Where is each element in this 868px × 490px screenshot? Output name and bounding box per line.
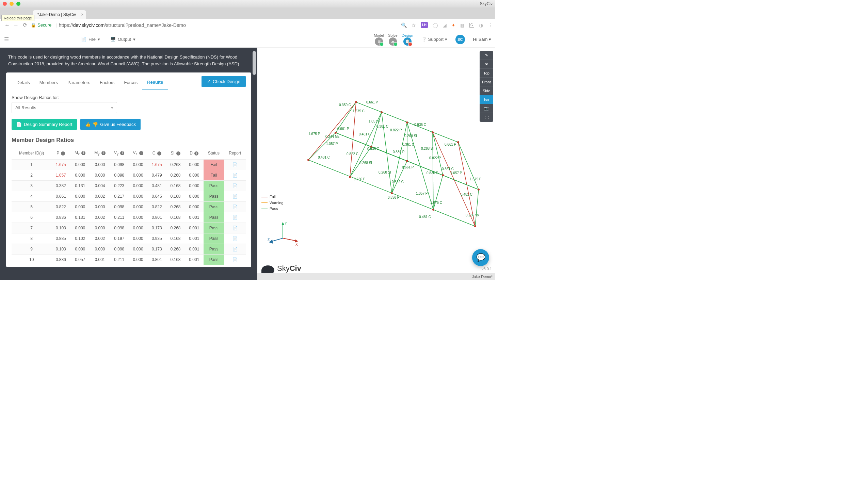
mac-minimize[interactable]	[10, 2, 14, 6]
info-icon[interactable]: i	[81, 151, 85, 155]
browser-actions: 🔍 ☆ LH ◯ ◢ ✦ ▦ G ◑ ⋮	[401, 22, 493, 28]
info-icon[interactable]: i	[194, 151, 198, 156]
secure-label: Secure	[37, 22, 51, 28]
tab-details[interactable]: Details	[12, 77, 35, 89]
svg-text:Z: Z	[268, 238, 270, 242]
bookmark-star-icon[interactable]: ☆	[412, 22, 416, 28]
info-icon[interactable]: i	[157, 151, 161, 156]
info-icon[interactable]: i	[176, 151, 180, 156]
table-row[interactable]: 30.3820.1310.0040.2230.0000.4810.1680.00…	[12, 181, 246, 191]
th-p: P i	[51, 147, 70, 160]
support-menu[interactable]: ❔ Support ▾	[421, 37, 447, 42]
info-icon[interactable]: i	[61, 151, 65, 156]
status-cell: Pass	[204, 233, 224, 244]
reload-button[interactable]: ⟳	[20, 22, 29, 28]
report-icon[interactable]: 📄	[224, 223, 246, 233]
table-row[interactable]: 40.6610.0000.0020.2170.0000.6450.1680.00…	[12, 191, 246, 202]
ratio-annotation: 1.675 C	[430, 201, 442, 205]
report-icon[interactable]: 📄	[224, 244, 246, 255]
svg-point-13	[432, 131, 434, 133]
report-icon[interactable]: 📄	[224, 160, 246, 170]
ratio-annotation: 0.822 C	[392, 180, 404, 184]
extension-lh[interactable]: LH	[421, 22, 428, 28]
user-menu[interactable]: Hi Sam ▾	[473, 37, 491, 42]
view-side[interactable]: Side	[480, 86, 493, 95]
ratio-annotation: 0.481 C	[419, 215, 431, 219]
svg-point-0	[307, 159, 309, 161]
menu-file[interactable]: 📄File▾	[81, 37, 100, 42]
model-icon: ⊞	[375, 37, 383, 46]
view-iso[interactable]: Iso	[480, 95, 493, 104]
table-row[interactable]: 60.8360.1310.0020.2110.0000.8010.1680.00…	[12, 212, 246, 223]
report-icon[interactable]: 📄	[224, 212, 246, 223]
browser-tab[interactable]: *Jake-Demo | SkyCiv ×	[33, 10, 86, 19]
tab-title: *Jake-Demo | SkyCiv	[37, 12, 76, 17]
ratio-annotation: 0.836 P	[388, 196, 400, 199]
extension-icon[interactable]: G	[469, 23, 474, 28]
hamburger-menu[interactable]: ☰	[4, 36, 13, 43]
design-summary-button[interactable]: 📄Design Summary Report	[12, 119, 77, 130]
mac-zoom[interactable]	[16, 2, 20, 6]
mode-design[interactable]: Design📋	[402, 33, 413, 46]
extension-icon[interactable]: ◯	[433, 22, 438, 28]
report-icon[interactable]: 📄	[224, 202, 246, 212]
extension-icon[interactable]: ▦	[460, 22, 465, 28]
ratio-annotation: 0.244 Mz	[325, 135, 339, 138]
info-icon[interactable]: i	[101, 151, 106, 155]
results-filter-select[interactable]: All Results	[12, 102, 117, 113]
feedback-button[interactable]: 👍👎Give us Feedback	[80, 119, 141, 130]
tab-members[interactable]: Members	[35, 77, 63, 89]
url-field[interactable]: https://dev.skyciv.com/structural?preloa…	[59, 22, 401, 28]
extension-icon[interactable]: ◢	[443, 22, 447, 28]
check-design-button[interactable]: ✓Check Design	[202, 76, 246, 87]
status-cell: Pass	[204, 223, 224, 233]
tab-results[interactable]: Results	[142, 76, 168, 89]
ratio-annotation: 1.675 P	[470, 177, 482, 181]
tab-forces[interactable]: Forces	[119, 77, 142, 89]
mode-solve[interactable]: Solve☁	[388, 33, 398, 46]
legend: Fail Warning Pass	[261, 194, 284, 212]
thumbs-up-icon: 👍	[85, 122, 91, 127]
ratio-annotation: 0.268 Sl	[359, 161, 372, 165]
profile-icon[interactable]: ◑	[479, 22, 483, 28]
avatar[interactable]: SC	[455, 35, 465, 44]
table-row[interactable]: 80.8850.1020.0020.1970.0000.9350.1680.00…	[12, 233, 246, 244]
version-label: v3.0.1	[482, 267, 492, 271]
extension-icon[interactable]: ✦	[451, 22, 455, 28]
view-top[interactable]: Top	[480, 69, 493, 78]
mac-close[interactable]	[3, 2, 7, 6]
visibility-tool[interactable]: 👁	[480, 60, 493, 69]
ratio-annotation: 0.361 C	[402, 143, 414, 146]
ratio-annotation: 0.268 Sl	[404, 134, 417, 138]
tab-parameters[interactable]: Parameters	[63, 77, 95, 89]
search-in-page-icon[interactable]: 🔍	[401, 22, 407, 28]
chat-bubble[interactable]: 💬	[472, 249, 489, 266]
table-row[interactable]: 11.6750.0000.0000.0980.0001.6750.2680.00…	[12, 160, 246, 170]
table-row[interactable]: 90.1030.0000.0000.0980.0000.1730.2680.00…	[12, 244, 246, 255]
report-icon[interactable]: 📄	[224, 255, 246, 265]
screenshot-tool[interactable]: 📷	[480, 104, 493, 113]
model-viewport[interactable]: 0.359 C0.661 P1.675 C1.057 P0.381 C0.822…	[257, 48, 495, 280]
scrollbar[interactable]	[253, 51, 256, 75]
report-icon[interactable]: 📄	[224, 170, 246, 181]
table-row[interactable]: 70.1030.0000.0000.0980.0000.1730.2680.00…	[12, 223, 246, 233]
menu-output[interactable]: 🖥️Output▾	[110, 37, 135, 42]
report-icon[interactable]: 📄	[224, 233, 246, 244]
report-icon[interactable]: 📄	[224, 191, 246, 202]
close-icon[interactable]: ×	[81, 12, 83, 17]
panel-tabs: DetailsMembersParametersFactorsForcesRes…	[6, 72, 251, 90]
view-front[interactable]: Front	[480, 78, 493, 86]
back-button[interactable]: ←	[3, 22, 12, 28]
table-row[interactable]: 100.8360.0570.0010.2110.0000.8010.1680.0…	[12, 255, 246, 265]
report-icon[interactable]: 📄	[224, 181, 246, 191]
forward-button[interactable]: →	[12, 22, 20, 28]
tab-factors[interactable]: Factors	[95, 77, 119, 89]
chrome-menu-icon[interactable]: ⋮	[488, 22, 493, 28]
mode-model[interactable]: Model⊞	[374, 33, 384, 46]
info-icon[interactable]: i	[120, 151, 124, 155]
table-row[interactable]: 21.0570.0000.0000.0980.0000.4790.2680.00…	[12, 170, 246, 181]
table-row[interactable]: 50.8220.0000.0000.0980.0000.8220.2680.00…	[12, 202, 246, 212]
info-icon[interactable]: i	[139, 151, 143, 155]
pencil-tool[interactable]: ✎	[480, 51, 493, 60]
fullscreen-tool[interactable]: ⛶	[480, 113, 493, 122]
